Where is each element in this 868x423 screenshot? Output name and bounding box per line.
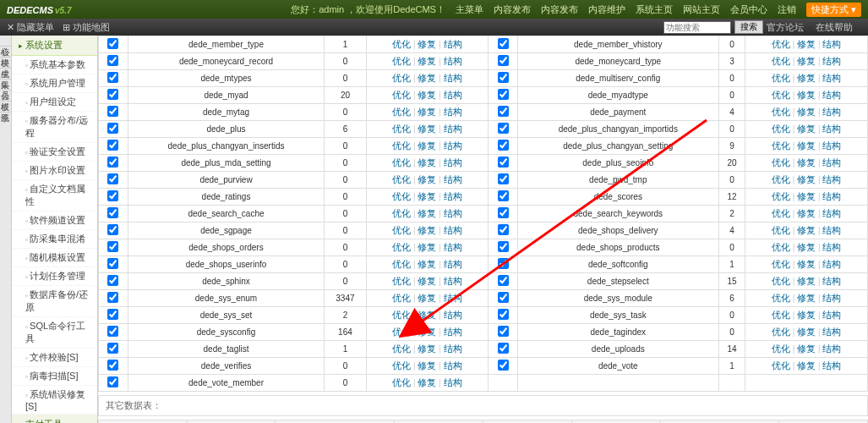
row-checkbox[interactable] bbox=[498, 360, 509, 371]
sidebar-item[interactable]: 验证安全设置 bbox=[12, 143, 97, 162]
op-link[interactable]: 优化 bbox=[772, 107, 790, 117]
row-checkbox[interactable] bbox=[107, 224, 118, 235]
row-checkbox[interactable] bbox=[107, 376, 118, 387]
row-checkbox[interactable] bbox=[498, 106, 509, 117]
row-checkbox[interactable] bbox=[107, 326, 118, 337]
op-link[interactable]: 修复 bbox=[418, 259, 436, 269]
op-link[interactable]: 结构 bbox=[822, 327, 841, 337]
row-checkbox[interactable] bbox=[498, 258, 509, 269]
op-link[interactable]: 优化 bbox=[772, 225, 790, 235]
op-link[interactable]: 优化 bbox=[392, 208, 411, 218]
sidebar-item[interactable]: 防采集串混淆 bbox=[12, 230, 97, 249]
row-checkbox[interactable] bbox=[107, 258, 118, 269]
op-link[interactable]: 结构 bbox=[822, 293, 841, 303]
sidebar-item[interactable]: 系统错误修复[S] bbox=[12, 386, 97, 415]
op-link[interactable]: 结构 bbox=[822, 157, 841, 168]
op-link[interactable]: 修复 bbox=[797, 73, 816, 83]
nav-sys-home[interactable]: 系统主页 bbox=[636, 3, 673, 16]
op-link[interactable]: 修复 bbox=[418, 56, 436, 66]
side-tab-1[interactable]: 模块 bbox=[0, 47, 11, 58]
op-link[interactable]: 结构 bbox=[444, 174, 462, 184]
op-link[interactable]: 结构 bbox=[444, 157, 462, 168]
op-link[interactable]: 修复 bbox=[797, 225, 816, 235]
row-checkbox[interactable] bbox=[498, 173, 509, 184]
sidebar-item[interactable]: 自定义文档属性 bbox=[12, 180, 97, 212]
op-link[interactable]: 结构 bbox=[444, 293, 462, 303]
search-button[interactable]: 搜索 bbox=[734, 20, 763, 34]
op-link[interactable]: 优化 bbox=[392, 377, 411, 387]
op-link[interactable]: 优化 bbox=[772, 360, 790, 371]
forum-link[interactable]: 官方论坛 bbox=[767, 21, 804, 34]
op-link[interactable]: 优化 bbox=[772, 174, 790, 184]
op-link[interactable]: 修复 bbox=[418, 377, 436, 387]
op-link[interactable]: 修复 bbox=[418, 360, 436, 371]
op-link[interactable]: 修复 bbox=[797, 174, 816, 184]
row-checkbox[interactable] bbox=[498, 309, 509, 320]
nav-member[interactable]: 会员中心 bbox=[730, 3, 767, 16]
op-link[interactable]: 结构 bbox=[444, 191, 462, 201]
op-link[interactable]: 结构 bbox=[822, 56, 841, 66]
op-link[interactable]: 优化 bbox=[392, 124, 411, 134]
side-tab-5[interactable]: 模板 bbox=[0, 91, 11, 102]
op-link[interactable]: 修复 bbox=[797, 157, 816, 168]
sidebar-item[interactable]: 图片水印设置 bbox=[12, 162, 97, 180]
op-link[interactable]: 修复 bbox=[797, 140, 816, 151]
op-link[interactable]: 优化 bbox=[392, 310, 411, 320]
row-checkbox[interactable] bbox=[498, 38, 509, 49]
sidebar-section[interactable]: 系统设置 bbox=[12, 36, 97, 56]
op-link[interactable]: 优化 bbox=[392, 276, 411, 286]
op-link[interactable]: 修复 bbox=[797, 90, 816, 100]
row-checkbox[interactable] bbox=[107, 72, 118, 83]
op-link[interactable]: 修复 bbox=[418, 293, 436, 303]
op-link[interactable]: 优化 bbox=[772, 343, 790, 354]
sidebar-item[interactable]: 病毒扫描[S] bbox=[12, 367, 97, 386]
row-checkbox[interactable] bbox=[107, 106, 118, 117]
op-link[interactable]: 优化 bbox=[772, 327, 790, 337]
op-link[interactable]: 修复 bbox=[418, 276, 436, 286]
op-link[interactable]: 结构 bbox=[822, 343, 841, 354]
op-link[interactable]: 结构 bbox=[822, 124, 841, 134]
nav-main-menu[interactable]: 主菜单 bbox=[456, 3, 483, 16]
row-checkbox[interactable] bbox=[498, 343, 509, 354]
row-checkbox[interactable] bbox=[498, 241, 509, 252]
op-link[interactable]: 优化 bbox=[772, 56, 790, 66]
op-link[interactable]: 优化 bbox=[772, 140, 790, 151]
op-link[interactable]: 修复 bbox=[797, 56, 816, 66]
op-link[interactable]: 结构 bbox=[444, 107, 462, 117]
op-link[interactable]: 结构 bbox=[822, 225, 841, 235]
op-link[interactable]: 结构 bbox=[444, 343, 462, 354]
row-checkbox[interactable] bbox=[107, 360, 118, 371]
op-link[interactable]: 优化 bbox=[772, 293, 790, 303]
op-link[interactable]: 优化 bbox=[772, 276, 790, 286]
op-link[interactable]: 优化 bbox=[392, 191, 411, 201]
op-link[interactable]: 结构 bbox=[822, 39, 841, 49]
op-link[interactable]: 修复 bbox=[418, 157, 436, 168]
row-checkbox[interactable] bbox=[498, 157, 509, 168]
op-link[interactable]: 修复 bbox=[418, 140, 436, 151]
sidebar-item[interactable]: 用户组设定 bbox=[12, 93, 97, 112]
op-link[interactable]: 优化 bbox=[772, 310, 790, 320]
sidebar-item[interactable]: 系统基本参数 bbox=[12, 56, 97, 74]
op-link[interactable]: 修复 bbox=[797, 343, 816, 354]
op-link[interactable]: 结构 bbox=[444, 225, 462, 235]
sidebar-item[interactable]: 系统用户管理 bbox=[12, 74, 97, 93]
row-checkbox[interactable] bbox=[107, 140, 118, 151]
row-checkbox[interactable] bbox=[107, 38, 118, 49]
op-link[interactable]: 修复 bbox=[418, 73, 436, 83]
function-map-button[interactable]: ⊞ 功能地图 bbox=[63, 21, 110, 34]
op-link[interactable]: 优化 bbox=[392, 174, 411, 184]
op-link[interactable]: 结构 bbox=[822, 360, 841, 371]
row-checkbox[interactable] bbox=[498, 292, 509, 303]
side-tab-0[interactable]: 核心 bbox=[0, 36, 11, 47]
op-link[interactable]: 优化 bbox=[772, 242, 790, 252]
op-link[interactable]: 优化 bbox=[772, 259, 790, 269]
op-link[interactable]: 修复 bbox=[797, 39, 816, 49]
op-link[interactable]: 优化 bbox=[772, 73, 790, 83]
op-link[interactable]: 修复 bbox=[418, 208, 436, 218]
op-link[interactable]: 修复 bbox=[418, 225, 436, 235]
op-link[interactable]: 优化 bbox=[772, 157, 790, 168]
op-link[interactable]: 优化 bbox=[392, 242, 411, 252]
op-link[interactable]: 结构 bbox=[822, 191, 841, 201]
side-tab-4[interactable]: 会员 bbox=[0, 80, 11, 91]
row-checkbox[interactable] bbox=[107, 207, 118, 218]
